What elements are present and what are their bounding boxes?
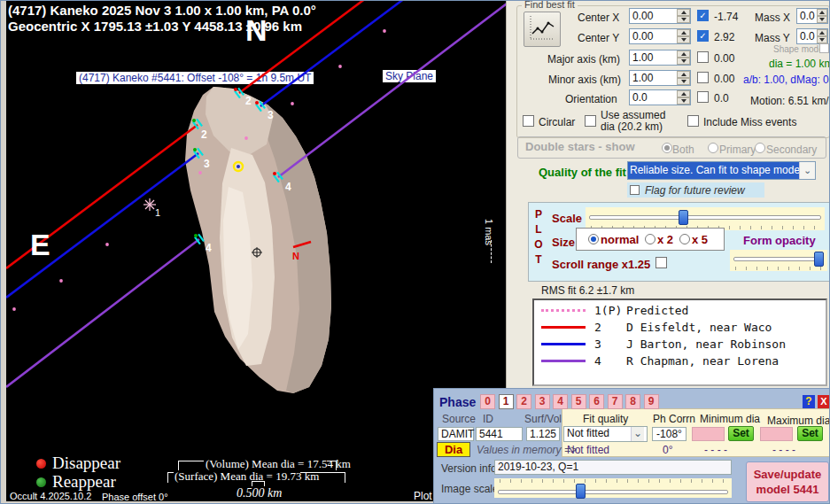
minor-axis-value[interactable]: 1.00 xyxy=(630,71,677,85)
shape-model-checkbox[interactable] xyxy=(819,43,829,53)
minor-axis-field[interactable]: 1.00 xyxy=(629,70,691,86)
double-stars-radio-primary[interactable] xyxy=(708,143,718,153)
occult-shape-fit-window: (4717) Kaneko 2025 Nov 3 1.00 x 1.00 km,… xyxy=(0,0,830,504)
find-best-fit-button[interactable] xyxy=(524,12,561,47)
phase-tab-3[interactable]: 3 xyxy=(535,394,550,409)
center-y-checkbox[interactable] xyxy=(697,30,709,42)
double-stars-option-label: Primary xyxy=(719,143,756,156)
size-option-label: x 5 xyxy=(692,233,708,246)
orientation-field[interactable]: 0.0 xyxy=(629,89,691,105)
scale-slider-thumb[interactable] xyxy=(679,210,688,225)
svg-text:3: 3 xyxy=(204,158,210,170)
chevron-down-icon[interactable]: ⌄ xyxy=(799,162,815,179)
major-axis-field[interactable]: 1.00 xyxy=(629,50,691,66)
legend-observer-name: R Chapman, near Lorena xyxy=(626,354,779,368)
major-axis-label: Major axis (km) xyxy=(547,53,620,66)
mass-x-field[interactable]: 0.0 xyxy=(796,8,828,24)
set-maximum-button[interactable]: Set xyxy=(797,426,823,441)
phase-tab-6[interactable]: 6 xyxy=(589,394,604,409)
chevron-down-icon[interactable]: ⌄ xyxy=(631,427,644,441)
phase-tab-4[interactable]: 4 xyxy=(553,394,568,409)
close-button[interactable]: X xyxy=(818,395,830,408)
minimum-dia-field[interactable] xyxy=(692,427,725,441)
version-info-field[interactable]: 2019-10-23, Q=1 xyxy=(494,460,732,475)
image-scale-thumb[interactable] xyxy=(576,484,586,499)
center-y-field[interactable]: 0.00 xyxy=(629,28,691,44)
mass-y-field[interactable]: 0.0 xyxy=(796,28,828,44)
reappear-dot-icon xyxy=(36,477,46,487)
legend-observer-name: Predicted xyxy=(626,304,688,317)
size-radio-normal[interactable] xyxy=(588,234,599,244)
reappear-label: Reappear xyxy=(52,472,116,492)
include-miss-events-checkbox[interactable] xyxy=(687,115,699,127)
minor-axis-checkbox[interactable] xyxy=(697,72,709,83)
mass-y-value[interactable]: 0.0 xyxy=(797,29,817,43)
svg-text:4: 4 xyxy=(206,242,212,254)
phase-tab-7[interactable]: 7 xyxy=(608,394,623,409)
use-assumed-label-line1: Use assumed xyxy=(601,109,665,121)
quality-of-fit-dropdown[interactable]: Reliable size. Can fit to shape models ⌄ xyxy=(627,161,816,180)
size-option-label: x 2 xyxy=(657,233,673,246)
major-axis-value[interactable]: 1.00 xyxy=(630,50,677,65)
mass-x-spinner[interactable] xyxy=(817,9,827,23)
save-update-model-button[interactable]: Save/update model 5441 xyxy=(746,461,829,502)
form-opacity-thumb[interactable] xyxy=(814,252,824,267)
center-x-checkbox[interactable] xyxy=(697,10,709,21)
phase-tab-2[interactable]: 2 xyxy=(516,394,531,409)
use-assumed-dia-checkbox[interactable] xyxy=(585,115,596,127)
dia-button[interactable]: Dia xyxy=(437,442,470,457)
major-axis-checkbox[interactable] xyxy=(697,51,709,63)
phase-window: Phase ? X Source ID Surf/Vol Fit quality… xyxy=(433,388,830,504)
center-y-value[interactable]: 0.00 xyxy=(630,29,677,43)
major-axis-spinner[interactable] xyxy=(677,50,690,65)
maximum-dia-field[interactable] xyxy=(760,427,793,441)
legend-chord-number: 3 xyxy=(594,337,601,351)
legend-row: 3J Barton, near Robinson xyxy=(534,337,826,351)
circular-checkbox[interactable] xyxy=(523,115,534,127)
scroll-range-checkbox[interactable] xyxy=(655,257,667,268)
double-stars-radio-both[interactable] xyxy=(662,143,672,153)
observer-legend-list: 1(P)Predicted2D Eisfeldt, near Waco3J Ba… xyxy=(532,299,827,386)
mass-x-value[interactable]: 0.0 xyxy=(797,9,817,23)
center-x-spinner[interactable] xyxy=(677,9,690,23)
center-x-field[interactable]: 0.00 xyxy=(629,8,691,24)
image-scale-slider[interactable] xyxy=(494,478,732,498)
fit-chart-icon xyxy=(524,12,558,44)
phase-tab-1[interactable]: 1 xyxy=(499,394,514,409)
center-y-spinner[interactable] xyxy=(677,29,690,43)
size-radio-x2[interactable] xyxy=(645,234,655,244)
version-info-label: Version info xyxy=(441,462,497,475)
ph-corr-field[interactable]: -108° xyxy=(652,427,686,441)
sky-plane-canvas[interactable]: 1223344N xyxy=(6,1,506,502)
form-opacity-slider[interactable] xyxy=(730,250,827,271)
double-stars-radio-secondary[interactable] xyxy=(755,143,765,153)
double-stars-option-label: Secondary xyxy=(766,143,817,156)
image-scale-ticks xyxy=(500,479,726,483)
help-button[interactable]: ? xyxy=(803,395,815,408)
mass-y-label: Mass Y xyxy=(755,32,790,44)
model-id-field[interactable]: 5441 xyxy=(476,427,523,441)
fit-quality-dropdown[interactable]: Not fitted ⌄ xyxy=(563,426,648,442)
orientation-checkbox[interactable] xyxy=(697,91,709,103)
column-fit-quality: Fit quality xyxy=(583,413,628,425)
phase-tab-9[interactable]: 9 xyxy=(644,394,659,409)
phase-tab-8[interactable]: 8 xyxy=(625,394,640,409)
scale-slider-groove xyxy=(589,215,821,220)
size-radio-x5[interactable] xyxy=(679,234,690,244)
flag-review-label: Flag for future review xyxy=(645,184,745,197)
phase-tab-5[interactable]: 5 xyxy=(571,394,586,409)
minor-axis-spinner[interactable] xyxy=(677,71,690,85)
mass-x-label: Mass X xyxy=(755,12,790,24)
flag-review-checkbox[interactable] xyxy=(630,185,640,195)
scale-bar-label: 0.500 km xyxy=(237,486,282,500)
orientation-label: Orientation xyxy=(565,93,617,105)
source-field[interactable]: DAMIT xyxy=(438,427,474,441)
surfvol-field[interactable]: 1.125 xyxy=(526,427,560,441)
legend-row: 4R Chapman, near Lorena xyxy=(534,353,826,368)
orientation-value[interactable]: 0.0 xyxy=(630,90,677,105)
mass-y-spinner[interactable] xyxy=(817,29,827,43)
orientation-spinner[interactable] xyxy=(677,90,690,105)
center-x-value[interactable]: 0.00 xyxy=(630,9,677,23)
set-minimum-button[interactable]: Set xyxy=(728,426,754,441)
phase-tab-0[interactable]: 0 xyxy=(480,394,495,409)
